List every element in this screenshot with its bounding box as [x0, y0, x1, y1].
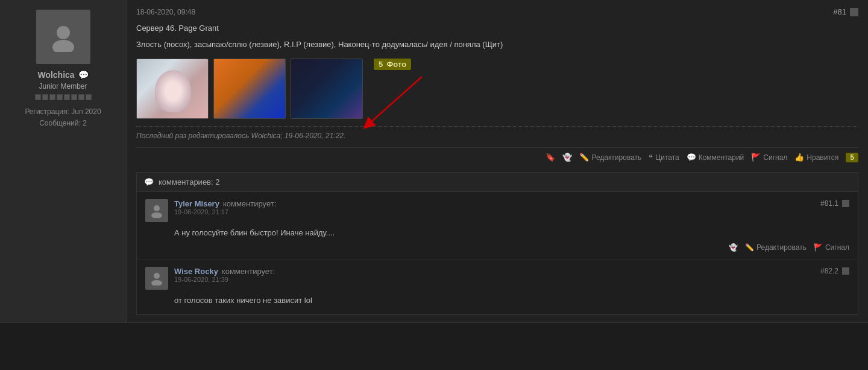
comment-body-2: от голосов таких ничего не зависит lol: [174, 295, 849, 307]
comment-username-line: Tyler Misery комментирует:: [174, 199, 276, 208]
edit-note: Последний раз редактировалось Wolchica; …: [136, 126, 858, 140]
reg-date: Jun 2020: [71, 107, 101, 116]
comment-avatar-2: [145, 267, 168, 290]
post-sidebar: Wolchica 💬 Junior Member Регистрация: Ju…: [0, 0, 127, 322]
comment-actions: 👻 ✏️ Редактировать 🚩 Сигнал: [145, 243, 849, 252]
comment-ghost-icon: 👻: [729, 243, 738, 252]
flag-icon: 🚩: [751, 153, 761, 162]
rep-block: [71, 94, 77, 100]
comment-flag-icon: 🚩: [814, 243, 823, 252]
comment-ghost-action[interactable]: 👻: [729, 243, 738, 252]
reputation-bar: [35, 94, 92, 100]
chat-icon[interactable]: 💬: [78, 70, 89, 80]
post-images-row: 5 Фото: [136, 59, 858, 119]
photo-count-badge[interactable]: 5 Фото: [374, 59, 411, 70]
quote-action[interactable]: ❝ Цитата: [649, 153, 679, 162]
comment-number-2: #82.2: [820, 267, 849, 275]
ghost-action[interactable]: 👻: [562, 153, 572, 162]
comment-label: Комментарий: [699, 153, 744, 162]
like-action[interactable]: 👍 Нравится: [794, 153, 838, 162]
comment-signal-label: Сигнал: [825, 243, 849, 252]
bookmark-icon: 🔖: [546, 153, 555, 162]
photo-count: 5: [379, 60, 383, 69]
image-thumb-3[interactable]: [291, 59, 363, 119]
like-count-badge: 5: [846, 153, 858, 162]
comment-user-info: Tyler Misery комментирует: 19-06-2020, 2…: [145, 199, 276, 222]
comment-username-2[interactable]: Wise Rocky: [174, 267, 218, 276]
username[interactable]: Wolchica: [37, 70, 74, 80]
svg-point-6: [154, 273, 160, 279]
comments-header: 💬 комментариев: 2: [137, 173, 858, 192]
image-thumb-1[interactable]: [136, 59, 209, 119]
comment-number-square: [842, 200, 849, 207]
comment-item: Wise Rocky комментирует: 19-06-2020, 21:…: [137, 260, 858, 314]
rep-block: [35, 94, 41, 100]
ghost-icon: 👻: [562, 153, 572, 162]
user-meta: Регистрация: Jun 2020 Сообщений: 2: [25, 106, 101, 129]
rep-block: [64, 94, 70, 100]
photo-badge-row: 5 Фото: [374, 59, 411, 70]
bookmark-action[interactable]: 🔖: [546, 153, 555, 162]
rep-block: [42, 94, 48, 100]
posts-label: Сообщений:: [39, 119, 81, 127]
comment-edit-label: Редактировать: [756, 243, 807, 252]
comment-signal-action[interactable]: 🚩 Сигнал: [814, 243, 849, 252]
comment-number-square-2: [842, 267, 849, 275]
posts-count: 2: [83, 119, 87, 127]
comment-user-info: Wise Rocky комментирует: 19-06-2020, 21:…: [145, 267, 275, 290]
comment-action-icon: 💬: [687, 153, 696, 162]
comment-pencil-icon: ✏️: [745, 243, 754, 252]
comment-body: А ну голосуйте блин быстро! Иначе найду.…: [174, 227, 849, 239]
svg-point-0: [57, 26, 70, 39]
comment-header-row: Wise Rocky комментирует: 19-06-2020, 21:…: [145, 267, 849, 290]
comment-number: #81.1: [820, 199, 849, 208]
edit-action[interactable]: ✏️ Редактировать: [579, 153, 641, 162]
post-number: #81: [833, 7, 858, 16]
comment-verb: комментирует:: [223, 199, 276, 208]
comment-username[interactable]: Tyler Misery: [174, 199, 219, 208]
comment-username-line-2: Wise Rocky комментирует:: [174, 267, 275, 276]
photo-badge-area: 5 Фото: [368, 59, 411, 70]
post-block: Wolchica 💬 Junior Member Регистрация: Ju…: [0, 0, 868, 323]
comments-bubble-icon: 💬: [144, 177, 154, 187]
svg-point-1: [52, 40, 74, 52]
comment-number-label-2: #82.2: [820, 267, 838, 275]
svg-point-7: [151, 280, 162, 285]
rep-block: [49, 94, 55, 100]
rep-block: [78, 94, 84, 100]
avatar: [36, 10, 90, 64]
comment-number-label: #81.1: [820, 199, 838, 208]
pencil-icon: ✏️: [579, 153, 589, 162]
page-container: Wolchica 💬 Junior Member Регистрация: Ju…: [0, 0, 868, 370]
edit-label: Редактировать: [591, 153, 641, 162]
reg-label: Регистрация:: [25, 107, 69, 116]
like-label: Нравится: [807, 153, 838, 162]
quote-label: Цитата: [655, 153, 679, 162]
comment-header-row: Tyler Misery комментирует: 19-06-2020, 2…: [145, 199, 849, 222]
post-number-label: #81: [833, 7, 846, 16]
comment-edit-action[interactable]: ✏️ Редактировать: [745, 243, 807, 252]
comments-count: комментариев: 2: [159, 177, 219, 187]
image-thumb-2[interactable]: [213, 59, 286, 119]
post-title: Сервер 46. Page Grant: [136, 22, 858, 35]
rep-block: [86, 94, 92, 100]
svg-line-3: [368, 77, 422, 125]
signal-action[interactable]: 🚩 Сигнал: [751, 153, 787, 162]
comment-timestamp-2: 19-06-2020, 21:39: [174, 276, 275, 283]
comment-avatar: [145, 199, 168, 222]
photo-label: Фото: [386, 60, 406, 69]
post-content: Сервер 46. Page Grant Злость (посох), за…: [136, 22, 858, 51]
post-actions: 🔖 👻 ✏️ Редактировать ❝ Цитата 💬 Коммента…: [136, 147, 858, 167]
user-rank: Junior Member: [39, 82, 87, 91]
quote-icon: ❝: [649, 153, 653, 162]
comment-meta: Tyler Misery комментирует: 19-06-2020, 2…: [174, 199, 276, 215]
comments-section: 💬 комментариев: 2: [136, 172, 858, 315]
svg-point-5: [151, 212, 162, 218]
comment-action[interactable]: 💬 Комментарий: [687, 153, 744, 162]
comment-item: Tyler Misery комментирует: 19-06-2020, 2…: [137, 192, 858, 260]
post-header: 18-06-2020, 09:48 #81: [136, 7, 858, 16]
comment-verb-2: комментирует:: [222, 267, 275, 276]
svg-point-4: [154, 205, 160, 211]
rep-block: [57, 94, 63, 100]
post-number-square: [850, 8, 858, 16]
